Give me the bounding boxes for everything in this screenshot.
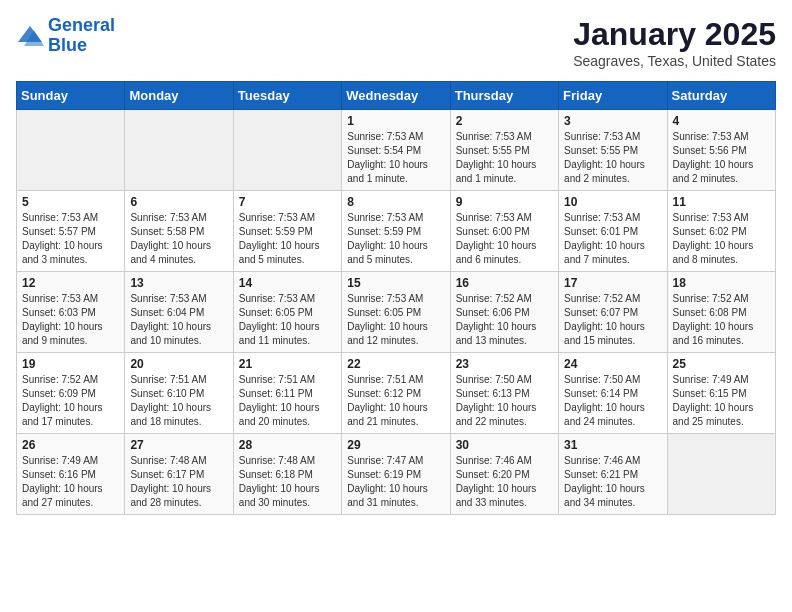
calendar-cell: 1Sunrise: 7:53 AM Sunset: 5:54 PM Daylig… — [342, 110, 450, 191]
day-number: 25 — [673, 357, 770, 371]
calendar-cell: 5Sunrise: 7:53 AM Sunset: 5:57 PM Daylig… — [17, 191, 125, 272]
day-number: 9 — [456, 195, 553, 209]
calendar-cell — [125, 110, 233, 191]
day-info: Sunrise: 7:47 AM Sunset: 6:19 PM Dayligh… — [347, 454, 444, 510]
day-number: 19 — [22, 357, 119, 371]
day-info: Sunrise: 7:53 AM Sunset: 5:56 PM Dayligh… — [673, 130, 770, 186]
day-info: Sunrise: 7:53 AM Sunset: 5:55 PM Dayligh… — [564, 130, 661, 186]
day-number: 30 — [456, 438, 553, 452]
day-info: Sunrise: 7:53 AM Sunset: 5:54 PM Dayligh… — [347, 130, 444, 186]
calendar-cell: 26Sunrise: 7:49 AM Sunset: 6:16 PM Dayli… — [17, 434, 125, 515]
day-number: 10 — [564, 195, 661, 209]
calendar-cell: 28Sunrise: 7:48 AM Sunset: 6:18 PM Dayli… — [233, 434, 341, 515]
day-info: Sunrise: 7:48 AM Sunset: 6:18 PM Dayligh… — [239, 454, 336, 510]
calendar-cell: 27Sunrise: 7:48 AM Sunset: 6:17 PM Dayli… — [125, 434, 233, 515]
day-number: 18 — [673, 276, 770, 290]
day-number: 16 — [456, 276, 553, 290]
day-number: 15 — [347, 276, 444, 290]
day-number: 17 — [564, 276, 661, 290]
calendar-subtitle: Seagraves, Texas, United States — [573, 53, 776, 69]
day-number: 31 — [564, 438, 661, 452]
day-info: Sunrise: 7:48 AM Sunset: 6:17 PM Dayligh… — [130, 454, 227, 510]
day-info: Sunrise: 7:53 AM Sunset: 6:03 PM Dayligh… — [22, 292, 119, 348]
calendar-cell: 16Sunrise: 7:52 AM Sunset: 6:06 PM Dayli… — [450, 272, 558, 353]
day-number: 4 — [673, 114, 770, 128]
day-info: Sunrise: 7:53 AM Sunset: 6:04 PM Dayligh… — [130, 292, 227, 348]
calendar-cell: 20Sunrise: 7:51 AM Sunset: 6:10 PM Dayli… — [125, 353, 233, 434]
logo-icon — [16, 22, 44, 50]
calendar-cell — [17, 110, 125, 191]
day-info: Sunrise: 7:53 AM Sunset: 6:01 PM Dayligh… — [564, 211, 661, 267]
calendar-week-row: 5Sunrise: 7:53 AM Sunset: 5:57 PM Daylig… — [17, 191, 776, 272]
day-number: 1 — [347, 114, 444, 128]
calendar-cell: 11Sunrise: 7:53 AM Sunset: 6:02 PM Dayli… — [667, 191, 775, 272]
day-info: Sunrise: 7:49 AM Sunset: 6:15 PM Dayligh… — [673, 373, 770, 429]
day-number: 28 — [239, 438, 336, 452]
day-info: Sunrise: 7:51 AM Sunset: 6:11 PM Dayligh… — [239, 373, 336, 429]
calendar-table: SundayMondayTuesdayWednesdayThursdayFrid… — [16, 81, 776, 515]
calendar-cell: 29Sunrise: 7:47 AM Sunset: 6:19 PM Dayli… — [342, 434, 450, 515]
calendar-cell: 9Sunrise: 7:53 AM Sunset: 6:00 PM Daylig… — [450, 191, 558, 272]
weekday-header: Tuesday — [233, 82, 341, 110]
day-number: 11 — [673, 195, 770, 209]
day-info: Sunrise: 7:53 AM Sunset: 5:59 PM Dayligh… — [347, 211, 444, 267]
title-block: January 2025 Seagraves, Texas, United St… — [573, 16, 776, 69]
calendar-week-row: 19Sunrise: 7:52 AM Sunset: 6:09 PM Dayli… — [17, 353, 776, 434]
day-number: 26 — [22, 438, 119, 452]
calendar-cell: 19Sunrise: 7:52 AM Sunset: 6:09 PM Dayli… — [17, 353, 125, 434]
day-info: Sunrise: 7:52 AM Sunset: 6:06 PM Dayligh… — [456, 292, 553, 348]
day-info: Sunrise: 7:46 AM Sunset: 6:20 PM Dayligh… — [456, 454, 553, 510]
calendar-week-row: 26Sunrise: 7:49 AM Sunset: 6:16 PM Dayli… — [17, 434, 776, 515]
day-info: Sunrise: 7:52 AM Sunset: 6:09 PM Dayligh… — [22, 373, 119, 429]
calendar-cell: 24Sunrise: 7:50 AM Sunset: 6:14 PM Dayli… — [559, 353, 667, 434]
calendar-cell: 18Sunrise: 7:52 AM Sunset: 6:08 PM Dayli… — [667, 272, 775, 353]
calendar-cell: 4Sunrise: 7:53 AM Sunset: 5:56 PM Daylig… — [667, 110, 775, 191]
day-info: Sunrise: 7:53 AM Sunset: 5:59 PM Dayligh… — [239, 211, 336, 267]
day-info: Sunrise: 7:51 AM Sunset: 6:12 PM Dayligh… — [347, 373, 444, 429]
calendar-cell: 22Sunrise: 7:51 AM Sunset: 6:12 PM Dayli… — [342, 353, 450, 434]
day-number: 13 — [130, 276, 227, 290]
day-info: Sunrise: 7:50 AM Sunset: 6:13 PM Dayligh… — [456, 373, 553, 429]
day-info: Sunrise: 7:53 AM Sunset: 6:00 PM Dayligh… — [456, 211, 553, 267]
calendar-cell: 7Sunrise: 7:53 AM Sunset: 5:59 PM Daylig… — [233, 191, 341, 272]
day-info: Sunrise: 7:53 AM Sunset: 6:05 PM Dayligh… — [239, 292, 336, 348]
calendar-cell: 12Sunrise: 7:53 AM Sunset: 6:03 PM Dayli… — [17, 272, 125, 353]
day-number: 27 — [130, 438, 227, 452]
weekday-header: Friday — [559, 82, 667, 110]
day-number: 20 — [130, 357, 227, 371]
calendar-cell: 31Sunrise: 7:46 AM Sunset: 6:21 PM Dayli… — [559, 434, 667, 515]
calendar-cell: 8Sunrise: 7:53 AM Sunset: 5:59 PM Daylig… — [342, 191, 450, 272]
weekday-header: Wednesday — [342, 82, 450, 110]
calendar-cell: 25Sunrise: 7:49 AM Sunset: 6:15 PM Dayli… — [667, 353, 775, 434]
weekday-header: Sunday — [17, 82, 125, 110]
calendar-week-row: 12Sunrise: 7:53 AM Sunset: 6:03 PM Dayli… — [17, 272, 776, 353]
day-info: Sunrise: 7:51 AM Sunset: 6:10 PM Dayligh… — [130, 373, 227, 429]
calendar-cell: 6Sunrise: 7:53 AM Sunset: 5:58 PM Daylig… — [125, 191, 233, 272]
day-number: 24 — [564, 357, 661, 371]
weekday-header: Thursday — [450, 82, 558, 110]
logo-text: General Blue — [48, 16, 115, 56]
calendar-cell: 17Sunrise: 7:52 AM Sunset: 6:07 PM Dayli… — [559, 272, 667, 353]
calendar-title: January 2025 — [573, 16, 776, 53]
day-info: Sunrise: 7:53 AM Sunset: 5:57 PM Dayligh… — [22, 211, 119, 267]
day-number: 6 — [130, 195, 227, 209]
day-info: Sunrise: 7:52 AM Sunset: 6:08 PM Dayligh… — [673, 292, 770, 348]
day-info: Sunrise: 7:46 AM Sunset: 6:21 PM Dayligh… — [564, 454, 661, 510]
day-info: Sunrise: 7:53 AM Sunset: 5:58 PM Dayligh… — [130, 211, 227, 267]
day-number: 12 — [22, 276, 119, 290]
weekday-header: Monday — [125, 82, 233, 110]
day-number: 23 — [456, 357, 553, 371]
weekday-header: Saturday — [667, 82, 775, 110]
calendar-cell: 10Sunrise: 7:53 AM Sunset: 6:01 PM Dayli… — [559, 191, 667, 272]
calendar-cell: 15Sunrise: 7:53 AM Sunset: 6:05 PM Dayli… — [342, 272, 450, 353]
day-info: Sunrise: 7:50 AM Sunset: 6:14 PM Dayligh… — [564, 373, 661, 429]
calendar-cell: 13Sunrise: 7:53 AM Sunset: 6:04 PM Dayli… — [125, 272, 233, 353]
calendar-cell: 23Sunrise: 7:50 AM Sunset: 6:13 PM Dayli… — [450, 353, 558, 434]
weekday-header-row: SundayMondayTuesdayWednesdayThursdayFrid… — [17, 82, 776, 110]
page-header: General Blue January 2025 Seagraves, Tex… — [16, 16, 776, 69]
calendar-cell: 2Sunrise: 7:53 AM Sunset: 5:55 PM Daylig… — [450, 110, 558, 191]
day-info: Sunrise: 7:49 AM Sunset: 6:16 PM Dayligh… — [22, 454, 119, 510]
logo: General Blue — [16, 16, 115, 56]
calendar-week-row: 1Sunrise: 7:53 AM Sunset: 5:54 PM Daylig… — [17, 110, 776, 191]
calendar-cell — [667, 434, 775, 515]
